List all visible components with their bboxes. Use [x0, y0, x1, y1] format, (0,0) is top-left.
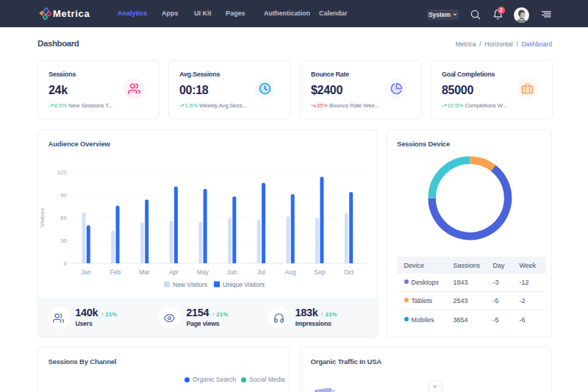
svg-text:Mar: Mar	[139, 268, 150, 276]
svg-text:Oct: Oct	[344, 268, 354, 276]
svg-text:Sep: Sep	[314, 268, 325, 276]
svg-text:Apr: Apr	[169, 268, 179, 276]
svg-text:May: May	[197, 268, 209, 276]
svg-text:Jul: Jul	[257, 268, 265, 276]
svg-text:0: 0	[64, 260, 68, 267]
svg-text:Feb: Feb	[110, 268, 121, 276]
svg-text:Unique Visitors: Unique Visitors	[223, 281, 265, 288]
svg-text:Jan: Jan	[81, 268, 91, 276]
svg-text:Jun: Jun	[227, 268, 237, 276]
svg-text:Visitors: Visitors	[39, 208, 46, 227]
svg-text:90: 90	[60, 192, 67, 199]
svg-text:New Visitors: New Visitors	[173, 281, 207, 288]
svg-text:30: 30	[60, 238, 67, 244]
svg-text:Aug: Aug	[285, 268, 296, 276]
svg-text:60: 60	[60, 215, 67, 221]
svg-text:120: 120	[57, 169, 68, 176]
